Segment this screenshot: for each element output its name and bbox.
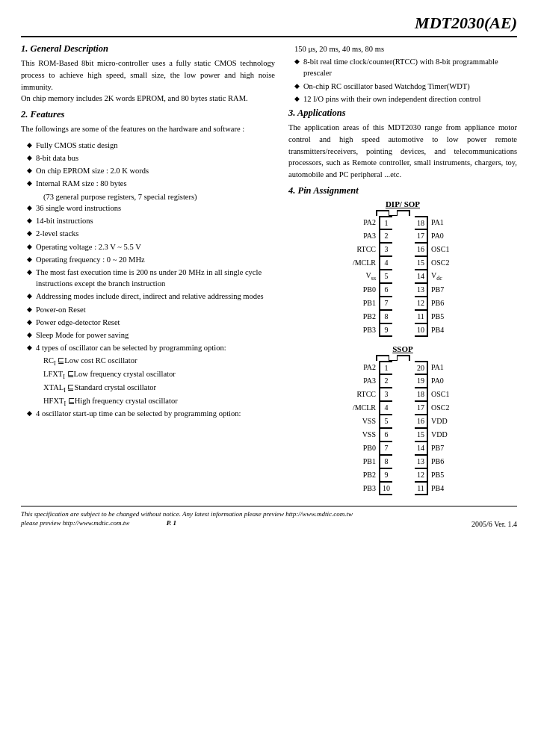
bullet-icon: ◆	[27, 330, 32, 340]
dip-right-name-5: Vdc	[428, 271, 466, 282]
dip-pin-row-6: PB0 6 13 PB7	[340, 283, 466, 297]
feature-3: ◆ On chip EPROM size : 2.0 K words	[27, 165, 275, 176]
feature-14: ◆ Sleep Mode for power saving	[27, 329, 275, 341]
ssop-pin-row-5: VSS 5 16 VDD	[340, 415, 466, 428]
bullet-icon: ◆	[27, 203, 32, 213]
dip-left-num-1: 1	[379, 216, 392, 229]
dip-right-name-6: PB7	[428, 285, 466, 294]
dip-left-name-2: PA3	[340, 232, 379, 240]
bullet-icon: ◆	[294, 94, 300, 104]
ssop-pin-row-8: PB1 8 13 PB6	[340, 455, 466, 468]
bullet-icon: ◆	[27, 153, 32, 163]
dip-pin-row-5: Vss 5 14 Vdc	[340, 270, 466, 283]
title-text: MDT2030(AE)	[415, 13, 517, 32]
dip-right-num-7: 12	[415, 297, 428, 310]
extra-feature-1: 150 μs, 20 ms, 40 ms, 80 ms	[294, 43, 517, 55]
bullet-icon: ◆	[27, 179, 32, 188]
right-column: 150 μs, 20 ms, 40 ms, 80 ms ◆ 8-bit real…	[288, 43, 517, 495]
dip-right-name-7: PB6	[428, 299, 466, 307]
bullet-icon: ◆	[294, 81, 300, 91]
bullet-icon: ◆	[27, 140, 32, 150]
feature-2: ◆ 8-bit data bus	[27, 152, 275, 164]
extra-feature-4: ◆ 12 I/O pins with their own independent…	[294, 93, 517, 105]
section2-intro: The followings are some of the features …	[21, 123, 275, 135]
bullet-icon: ◆	[27, 409, 32, 418]
feature-7: ◆ 2-level stacks	[27, 228, 275, 239]
dip-left-num-4: 4	[379, 256, 392, 270]
features-list: ◆ Fully CMOS static design ◆ 8-bit data …	[27, 140, 275, 420]
bullet-icon: ◆	[27, 255, 32, 264]
ssop-title: SSOP	[392, 344, 413, 353]
dip-pin-row-3: RTCC 3 16 OSC1	[340, 243, 466, 256]
ssop-pin-row-7: PB0 7 14 PB7	[340, 441, 466, 455]
dip-left-num-9: 9	[379, 323, 392, 337]
feature-5: ◆ 36 single word instructions	[27, 202, 275, 214]
feature-15: ◆ 4 types of oscillator can be selected …	[27, 342, 275, 353]
ssop-diagram: SSOP PA2 1 20 PA1	[288, 344, 517, 495]
feature-12: ◆ Power-on Reset	[27, 304, 275, 315]
feature-6: ◆ 14-bit instructions	[27, 215, 275, 226]
dip-right-num-5: 14	[415, 270, 428, 283]
feature-10: ◆ The most fast execution time is 200 ns…	[27, 267, 275, 289]
bullet-icon: ◆	[27, 343, 32, 353]
dip-left-name-6: PB0	[340, 285, 379, 294]
bullet-icon: ◆	[27, 166, 32, 176]
dip-right-name-4: OSC2	[428, 258, 466, 267]
disclaimer-text: This specification are subject to be cha…	[21, 510, 353, 518]
bullet-icon: ◆	[294, 57, 300, 66]
dip-right-num-4: 15	[415, 256, 428, 270]
section1-body: This ROM-Based 8bit micro-controller use…	[21, 58, 275, 105]
dip-left-num-6: 6	[379, 283, 392, 297]
dip-left-num-7: 7	[379, 297, 392, 310]
section3-title: 3. Applications	[288, 108, 517, 119]
dip-pin-row-9: PB3 9 10 PB4	[340, 323, 466, 337]
dip-sop-diagram: DIP/ SOP PA2 1 18 PA1	[288, 199, 517, 337]
ssop-pin-row-3: RTCC 3 18 OSC1	[340, 388, 466, 401]
footer-disclaimer: This specification are subject to be cha…	[21, 509, 353, 528]
dip-right-name-9: PB4	[428, 326, 466, 334]
footer-version: 2005/6 Ver. 1.4	[471, 520, 517, 528]
footer: This specification are subject to be cha…	[21, 506, 517, 528]
dip-pin-row-7: PB1 7 12 PB6	[340, 297, 466, 310]
dip-pin-row-2: PA3 2 17 PA0	[340, 229, 466, 243]
section1-title: 1. General Description	[21, 43, 275, 55]
page-number: P. 1	[167, 519, 176, 527]
page-title: MDT2030(AE)	[21, 13, 517, 37]
feature-11: ◆ Addressing modes include direct, indir…	[27, 291, 275, 302]
bullet-icon: ◆	[27, 216, 32, 226]
dip-pin-row-8: PB2 8 11 PB5	[340, 310, 466, 323]
dip-right-num-9: 10	[415, 323, 428, 337]
extra-feature-2: ◆ 8-bit real time clock/counter(RTCC) wi…	[294, 56, 517, 78]
dip-left-name-3: RTCC	[340, 245, 379, 253]
dip-pin-row-1: PA2 1 18 PA1	[340, 216, 466, 229]
bullet-icon: ◆	[27, 291, 32, 301]
extra-features-list: 150 μs, 20 ms, 40 ms, 80 ms ◆ 8-bit real…	[294, 43, 517, 105]
bullet-icon: ◆	[27, 267, 32, 277]
dip-left-name-8: PB2	[340, 312, 379, 320]
dip-right-name-3: OSC1	[428, 245, 466, 253]
page: MDT2030(AE) 1. General Description This …	[0, 0, 538, 756]
feature-9: ◆ Operating frequency : 0 ~ 20 MHz	[27, 254, 275, 265]
ssop-pin-row-10: PB3 10 11 PB4	[340, 482, 466, 495]
left-column: 1. General Description This ROM-Based 8b…	[21, 43, 275, 495]
dip-right-name-2: PA0	[428, 232, 466, 240]
dip-left-name-4: /MCLR	[340, 258, 379, 267]
dip-right-name-1: PA1	[428, 218, 466, 226]
dip-left-num-5: 5	[379, 270, 392, 283]
ram-sub: (73 general purpose registers, 7 special…	[43, 191, 275, 202]
dip-sop-title: DIP/ SOP	[386, 199, 420, 208]
dip-right-name-8: PB5	[428, 312, 466, 320]
ssop-pin-row-6: VSS 6 15 VDD	[340, 428, 466, 441]
ssop-pin-row-1: PA2 1 20 PA1	[340, 361, 466, 374]
section3-body: The application areas of this MDT2030 ra…	[288, 122, 517, 181]
dip-left-name-7: PB1	[340, 299, 379, 307]
dip-left-name-9: PB3	[340, 326, 379, 334]
section4-title: 4. Pin Assignment	[288, 185, 517, 196]
feature-16: ◆ 4 oscillator start-up time can be sele…	[27, 408, 275, 419]
dip-right-num-3: 16	[415, 243, 428, 256]
dip-right-num-6: 13	[415, 283, 428, 297]
dip-left-num-3: 3	[379, 243, 392, 256]
section2-title: 2. Features	[21, 109, 275, 120]
feature-4: ◆ Internal RAM size : 80 bytes	[27, 178, 275, 189]
feature-8: ◆ Operating voltage : 2.3 V ~ 5.5 V	[27, 241, 275, 252]
